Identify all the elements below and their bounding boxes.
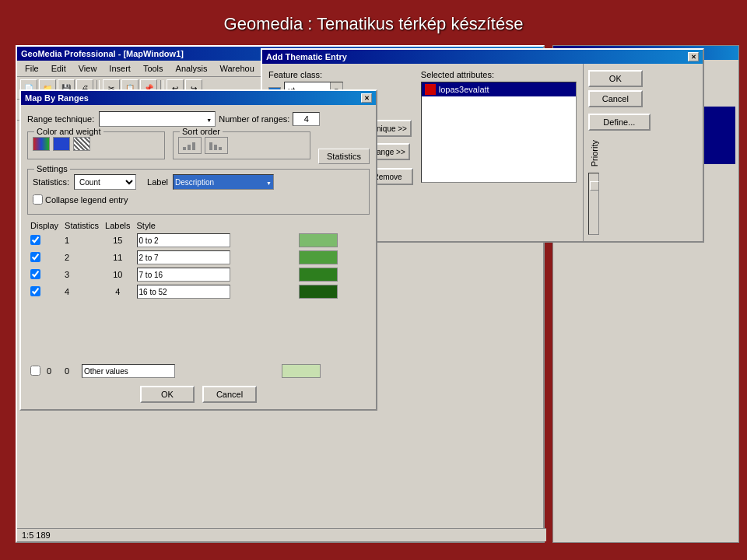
cancel-button[interactable]: Cancel [202, 386, 257, 403]
row-label-1[interactable] [137, 250, 230, 264]
svg-rect-3 [209, 142, 212, 150]
range-technique-row: Range technique: Number of ranges: [27, 111, 370, 127]
row-checkbox-3[interactable] [30, 286, 40, 296]
priority-slider[interactable] [588, 173, 599, 235]
sort-asc-btn[interactable] [178, 137, 202, 154]
color-weight-group: Color and weight [27, 131, 165, 159]
add-thematic-close[interactable]: ✕ [688, 52, 699, 61]
row-label-3[interactable] [137, 285, 230, 299]
other-style-box[interactable] [282, 364, 321, 378]
ok-cancel-row: OK Cancel [27, 386, 370, 403]
statistics-button[interactable]: Statistics [318, 149, 370, 164]
other-values-checkbox[interactable] [30, 366, 40, 376]
menu-tools[interactable]: Tools [137, 62, 170, 75]
other-values-row: 0 0 [27, 362, 370, 380]
selected-item: lopas3evalatt [422, 82, 576, 96]
statistics-field-label: Statistics: [33, 177, 69, 187]
row-num-3: 4 [61, 283, 102, 300]
row-checkbox-1[interactable] [30, 252, 40, 262]
other-values-table: 0 0 [27, 362, 370, 380]
row-style-3[interactable] [299, 285, 338, 299]
page-title: Geomedia : Tematikus térkép készítése [0, 0, 747, 42]
selected-item-text: lopas3evalatt [439, 85, 489, 94]
row-stat-3: 4 [102, 283, 133, 300]
labels-header: Labels [102, 219, 133, 232]
row-checkbox-2[interactable] [30, 269, 40, 279]
selected-icon [425, 84, 436, 95]
map-by-ranges-dialog: Map By Ranges ✕ Range technique: Number … [19, 89, 377, 411]
menu-edit[interactable]: Edit [45, 62, 72, 75]
range-technique-combo[interactable] [99, 111, 216, 127]
statistics-row: Statistics: Count Label Description [33, 174, 364, 190]
map-by-ranges-titlebar: Map By Ranges ✕ [21, 91, 376, 105]
sort-order-label: Sort order [180, 127, 223, 136]
color-weight-label: Color and weight [34, 127, 103, 136]
statistics-btn-container: Statistics [318, 131, 370, 164]
row-style-0[interactable] [299, 233, 338, 247]
priority-thumb[interactable] [590, 181, 599, 191]
map-by-ranges-title: Map By Ranges [25, 93, 89, 103]
menu-file[interactable]: File [19, 62, 45, 75]
thematic-cancel-button[interactable]: Cancel [588, 90, 643, 107]
row-num-2: 3 [61, 266, 102, 283]
thematic-ok-button[interactable]: OK [588, 70, 643, 87]
row-style-2[interactable] [299, 268, 338, 282]
table-row: 2 11 [27, 249, 370, 266]
map-by-ranges-body: Range technique: Number of ranges: Color… [21, 105, 376, 409]
row-label-2[interactable] [137, 268, 230, 282]
table-row: 4 4 [27, 283, 370, 300]
label-arrow [266, 178, 272, 187]
map-by-ranges-close[interactable]: ✕ [361, 93, 372, 103]
table-row: 3 10 [27, 266, 370, 283]
add-thematic-title: Add Thematic Entry [266, 52, 347, 61]
range-technique-label: Range technique: [27, 114, 94, 124]
priority-label: Priority [588, 137, 651, 170]
define-button[interactable]: Define... [588, 114, 651, 131]
label-field-label: Label [147, 177, 168, 187]
thematic-ok-cancel: OK Cancel Define... Priority [583, 64, 655, 241]
statistics-combo[interactable]: Count [74, 174, 136, 190]
other-values-input[interactable] [82, 364, 175, 378]
collapse-row: Collapse legend entry [33, 194, 364, 205]
ok-button[interactable]: OK [140, 386, 195, 403]
table-row: 1 15 [27, 232, 370, 249]
label-combo[interactable]: Description [173, 174, 274, 190]
sort-order-group: Sort order [173, 131, 310, 159]
collapse-label: Collapse legend entry [45, 195, 128, 205]
settings-group: Settings Statistics: Count Label Descrip… [27, 169, 370, 215]
svg-rect-2 [192, 142, 195, 150]
status-bar: 1:5 189 [17, 528, 546, 541]
num-ranges-label: Number of ranges: [219, 114, 289, 124]
row-checkbox-0[interactable] [30, 235, 40, 245]
row-label-0[interactable] [137, 233, 230, 247]
svg-rect-5 [219, 147, 222, 150]
add-thematic-titlebar: Add Thematic Entry ✕ [262, 50, 703, 64]
collapse-checkbox[interactable] [33, 194, 43, 205]
thematic-right: Selected attributes: lopas3evalatt [421, 70, 577, 235]
menu-warehouse[interactable]: Warehou [214, 62, 261, 75]
svg-rect-4 [214, 145, 217, 150]
range-technique-arrow [206, 115, 212, 124]
row-num-0: 1 [61, 232, 102, 249]
selected-list[interactable]: lopas3evalatt [421, 82, 577, 183]
row-stat-1: 11 [102, 249, 133, 266]
row-stat-0: 15 [102, 232, 133, 249]
svg-rect-0 [183, 147, 186, 150]
other-num: 0 [44, 362, 55, 380]
status-scale: 1:5 189 [22, 530, 51, 540]
menu-insert[interactable]: Insert [103, 62, 137, 75]
row-style-1[interactable] [299, 250, 338, 264]
color-gradient-btn[interactable] [33, 137, 50, 151]
row-stat-2: 10 [102, 266, 133, 283]
color-sort-row: Color and weight Sort order Statistics [27, 131, 370, 164]
display-header: Display [27, 219, 61, 232]
other-stat: 0 [55, 362, 79, 380]
sort-desc-btn[interactable] [205, 137, 228, 154]
color-pattern-btn[interactable] [73, 137, 90, 151]
num-ranges-input[interactable] [293, 112, 320, 126]
menu-analysis[interactable]: Analysis [170, 62, 214, 75]
menu-view[interactable]: View [72, 62, 103, 75]
selected-attributes-label: Selected attributes: [421, 70, 577, 79]
color-solid-btn[interactable] [53, 137, 70, 151]
row-num-1: 2 [61, 249, 102, 266]
